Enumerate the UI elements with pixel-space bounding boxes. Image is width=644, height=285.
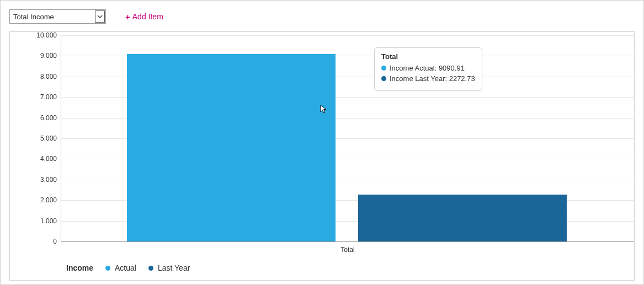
ytick-label: 5,000 [26, 135, 57, 142]
ytick-label: 9,000 [26, 52, 57, 60]
plus-icon: + [125, 12, 130, 21]
bar-income-actual[interactable] [127, 54, 336, 241]
ytick-label: 1,000 [26, 217, 57, 225]
add-item-label: Add Item [132, 12, 163, 21]
ytick-label: 2,000 [26, 196, 57, 204]
ytick-label: 4,000 [26, 155, 57, 163]
tooltip-row-label: Income Actual: 9090.91 [390, 64, 465, 72]
toolbar: Total Income + Add Item [9, 9, 635, 24]
legend-item-actual[interactable]: Actual [105, 264, 136, 272]
dot-icon [381, 76, 386, 81]
ytick-label: 7,000 [26, 93, 57, 101]
chart-tooltip: Total Income Actual: 9090.91 Income Last… [374, 47, 482, 91]
chart-legend: Income Actual Last Year [66, 264, 190, 272]
dot-icon [105, 266, 110, 271]
add-item-button[interactable]: + Add Item [125, 12, 163, 21]
tooltip-row-lastyear: Income Last Year: 2272.73 [381, 74, 475, 83]
category-select-value: Total Income [13, 13, 54, 21]
ytick-label: 8,000 [26, 73, 57, 80]
dot-icon [381, 66, 386, 71]
category-select[interactable]: Total Income [9, 9, 106, 24]
x-category-label: Total [340, 246, 354, 254]
legend-item-last-year[interactable]: Last Year [148, 264, 190, 272]
legend-item-label: Actual [115, 264, 136, 272]
legend-title: Income [66, 264, 93, 272]
tooltip-row-label: Income Last Year: 2272.73 [390, 74, 475, 83]
tooltip-title: Total [381, 52, 475, 61]
chart-panel: 10,000 9,000 8,000 7,000 6,000 5,000 4,0… [9, 31, 635, 281]
ytick-label: 0 [26, 238, 57, 245]
dot-icon [148, 266, 153, 271]
ytick-label: 10,000 [26, 31, 57, 39]
app-container: Total Income + Add Item 10,000 9, [0, 0, 644, 285]
bar-income-last-year[interactable] [358, 195, 567, 241]
tooltip-row-actual: Income Actual: 9090.91 [381, 64, 475, 72]
plot-area: 10,000 9,000 8,000 7,000 6,000 5,000 4,0… [61, 35, 635, 241]
legend-item-label: Last Year [158, 264, 190, 272]
chevron-down-icon [95, 10, 105, 23]
ytick-label: 3,000 [26, 176, 57, 184]
ytick-label: 6,000 [26, 114, 57, 122]
